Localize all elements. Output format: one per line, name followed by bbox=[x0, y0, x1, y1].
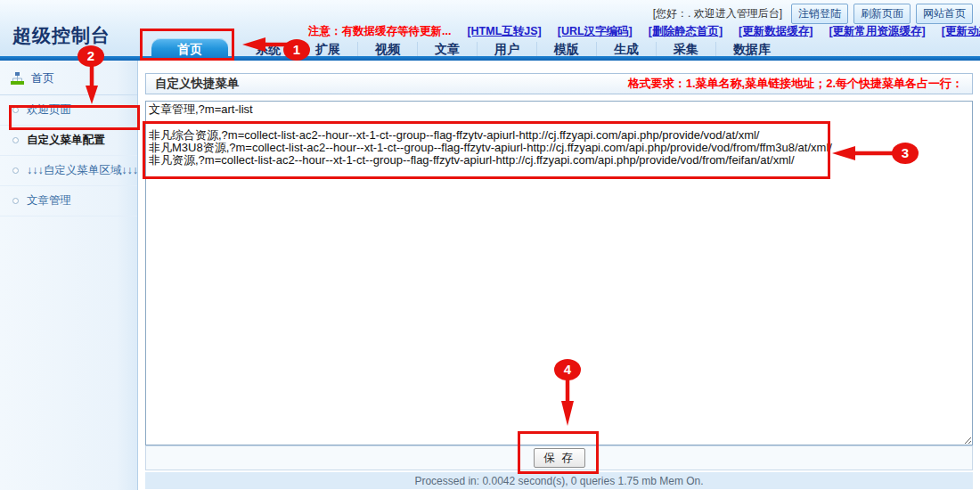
sidebar-item-custom-menu-area[interactable]: ↓↓↓自定义菜单区域↓↓↓ bbox=[0, 156, 137, 186]
bullet-icon bbox=[12, 107, 19, 113]
panel-title: 自定义快捷菜单 bbox=[155, 76, 240, 92]
sidebar-item-label: 文章管理 bbox=[27, 193, 71, 208]
processed-status: Processed in: 0.0042 second(s), 0 querie… bbox=[414, 475, 703, 487]
quick-menu-textarea[interactable]: 文章管理,?m=art-list 非凡综合资源,?m=collect-list-… bbox=[145, 101, 973, 445]
tab-home-label: 首页 bbox=[177, 42, 202, 58]
footer-status-bar: Processed in: 0.0042 second(s), 0 querie… bbox=[145, 472, 973, 489]
sidebar: 首页 欢迎页面 自定义菜单配置 ↓↓↓自定义菜单区域↓↓↓ 文章管理 bbox=[0, 61, 138, 490]
sidebar-item-home[interactable]: 首页 bbox=[0, 61, 137, 95]
tab-template[interactable]: 模版 bbox=[537, 42, 597, 58]
logout-button[interactable]: 注销登陆 bbox=[791, 4, 848, 24]
app-title: 超级控制台 bbox=[12, 23, 110, 48]
link-update-dynamic-cache[interactable]: [更新动态页面缓存] bbox=[942, 24, 980, 39]
header-top-row: [您好：. 欢迎进入管理后台] 注销登陆 刷新页面 网站首页 bbox=[653, 4, 973, 24]
header: 超级控制台 [您好：. 欢迎进入管理后台] 注销登陆 刷新页面 网站首页 注意：… bbox=[0, 0, 980, 61]
sidebar-item-home-label: 首页 bbox=[31, 70, 54, 86]
tab-system[interactable]: 系统 bbox=[239, 42, 298, 58]
cache-update-notice: 注意：有数据缓存等待更新... bbox=[308, 24, 451, 39]
sidebar-item-custom-menu-config[interactable]: 自定义菜单配置 bbox=[0, 126, 137, 156]
tab-extend[interactable]: 扩展 bbox=[298, 42, 358, 58]
sidebar-item-label: 欢迎页面 bbox=[27, 102, 71, 118]
admin-page: 超级控制台 [您好：. 欢迎进入管理后台] 注销登陆 刷新页面 网站首页 注意：… bbox=[0, 0, 980, 490]
save-button[interactable]: 保 存 bbox=[534, 448, 585, 468]
sidebar-item-article-manage[interactable]: 文章管理 bbox=[0, 186, 137, 216]
sidebar-item-welcome-page[interactable]: 欢迎页面 bbox=[0, 95, 137, 126]
panel-header: 自定义快捷菜单 格式要求：1.菜单名称,菜单链接地址；2.每个快捷菜单各占一行： bbox=[145, 73, 973, 94]
format-hint: 格式要求：1.菜单名称,菜单链接地址；2.每个快捷菜单各占一行： bbox=[628, 76, 963, 92]
tab-generate[interactable]: 生成 bbox=[597, 42, 657, 58]
site-tree-icon bbox=[11, 72, 24, 85]
welcome-text: [您好：. 欢迎进入管理后台] bbox=[653, 6, 782, 21]
link-url-encode[interactable]: [URL汉字编码] bbox=[558, 24, 633, 39]
sidebar-item-label: 自定义菜单配置 bbox=[27, 133, 105, 148]
bullet-icon bbox=[12, 167, 19, 174]
site-home-button[interactable]: 网站首页 bbox=[916, 4, 973, 24]
tab-article[interactable]: 文章 bbox=[418, 42, 478, 58]
tab-collect[interactable]: 采集 bbox=[657, 42, 716, 58]
tab-database[interactable]: 数据库 bbox=[716, 42, 788, 58]
link-html-to-js[interactable]: [HTML互转JS] bbox=[467, 24, 541, 39]
main-content: 自定义快捷菜单 格式要求：1.菜单名称,菜单链接地址；2.每个快捷菜单各占一行：… bbox=[139, 61, 980, 490]
bullet-icon bbox=[12, 198, 19, 204]
header-links-row: 注意：有数据缓存等待更新... [HTML互转JS] [URL汉字编码] [删除… bbox=[308, 24, 980, 39]
save-row: 保 存 bbox=[145, 445, 973, 470]
tab-video[interactable]: 视频 bbox=[358, 42, 418, 58]
refresh-page-button[interactable]: 刷新页面 bbox=[853, 4, 911, 24]
tab-user[interactable]: 用户 bbox=[478, 42, 537, 58]
sidebar-item-label: ↓↓↓自定义菜单区域↓↓↓ bbox=[27, 163, 138, 178]
link-update-resource-cache[interactable]: [更新常用资源缓存] bbox=[829, 24, 925, 39]
link-update-data-cache[interactable]: [更新数据缓存] bbox=[739, 24, 813, 39]
link-delete-static-home[interactable]: [删除静态首页] bbox=[649, 24, 723, 39]
bullet-icon bbox=[12, 137, 19, 143]
